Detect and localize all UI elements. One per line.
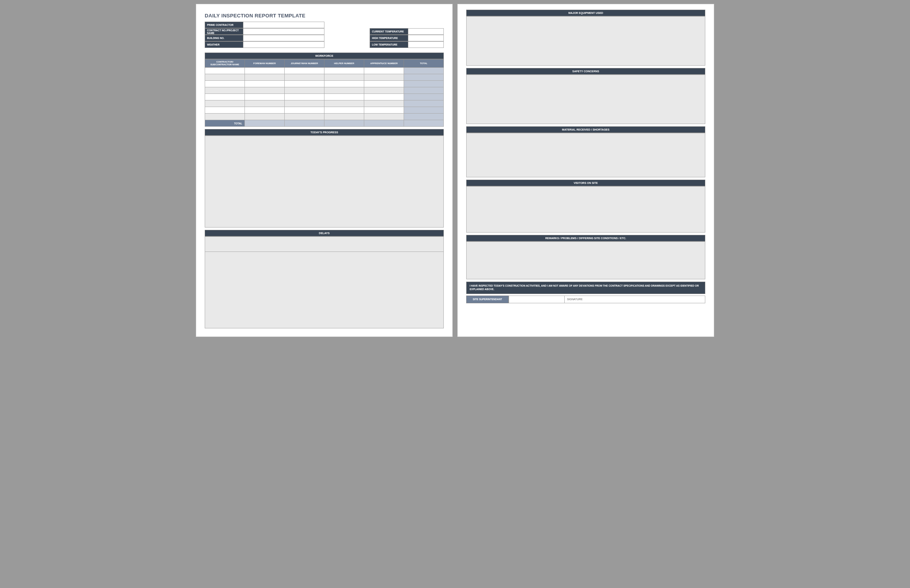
wf-cell[interactable] — [205, 114, 245, 120]
field-low-temp[interactable] — [408, 41, 444, 48]
progress-header: TODAY'S PROGRESS — [205, 129, 444, 136]
delays-textarea[interactable] — [205, 236, 444, 252]
delays-header: DELAYS — [205, 230, 444, 236]
label-building-no: BUILDING NO. — [205, 35, 243, 41]
field-signature[interactable] — [592, 296, 705, 303]
remarks-section: REMARKS / PROBLEMS / DIFFERING SITE COND… — [466, 235, 705, 279]
field-high-temp[interactable] — [408, 35, 444, 41]
remarks-textarea[interactable] — [466, 241, 705, 279]
workforce-table: CONTRACTOR/ SUBCONTRACTOR NAME FOREMAN N… — [205, 59, 444, 127]
label-weather: WEATHER — [205, 41, 243, 48]
col-apprentice: APPRENTIUCE NUMBER — [364, 59, 404, 68]
progress-section: TODAY'S PROGRESS — [205, 129, 444, 228]
remarks-header: REMARKS / PROBLEMS / DIFFERING SITE COND… — [466, 235, 705, 241]
info-block-left: PRIME CONTRACTOR CONTRACT NO./PROJECT NA… — [205, 22, 324, 48]
progress-textarea[interactable] — [205, 136, 444, 228]
col-contractor: CONTRACTOR/ SUBCONTRACTOR NAME — [205, 59, 245, 68]
visitors-section: VISITORS ON SITE — [466, 180, 705, 233]
safety-section: SAFETY CONCERNS — [466, 68, 705, 124]
delays-section: DELAYS — [205, 230, 444, 252]
safety-header: SAFETY CONCERNS — [466, 68, 705, 75]
disclaimer-section: I HAVE INSPECTED TODAY'S CONSTRUCTION AC… — [466, 282, 705, 294]
info-block-right: CURRENT TEMPERATURE HIGH TEMPERATURE LOW… — [370, 28, 444, 48]
col-journeyman: JOURNEYMAN NUMBER — [285, 59, 324, 68]
field-prime-contractor[interactable] — [243, 22, 324, 28]
material-section: MATERIAL RECEIVED / SHORTAGES — [466, 126, 705, 177]
workforce-header: WORKFORCE — [205, 53, 444, 59]
delays-textarea-cont[interactable] — [205, 252, 444, 328]
label-superintendant: SITE SUPERINTENDANT — [466, 296, 509, 303]
col-helper: HELPER NUMBER — [324, 59, 364, 68]
wf-cell[interactable] — [205, 100, 245, 107]
info-header-row: PRIME CONTRACTOR CONTRACT NO./PROJECT NA… — [205, 22, 444, 48]
label-current-temp: CURRENT TEMPERATURE — [370, 28, 408, 35]
material-header: MATERIAL RECEIVED / SHORTAGES — [466, 126, 705, 133]
label-high-temp: HIGH TEMPERATURE — [370, 35, 408, 41]
wf-cell[interactable] — [205, 107, 245, 114]
signature-row: SITE SUPERINTENDANT SIGNATURE — [466, 296, 705, 303]
field-current-temp[interactable] — [408, 28, 444, 35]
field-weather[interactable] — [243, 41, 324, 48]
visitors-textarea[interactable] — [466, 186, 705, 233]
wf-cell[interactable] — [205, 94, 245, 100]
field-contract-no[interactable] — [243, 28, 324, 35]
wf-cell[interactable] — [205, 81, 245, 87]
page-2: MAJOR EQUIPMENT USED SAFETY CONCERNS MAT… — [457, 4, 714, 337]
label-prime-contractor: PRIME CONTRACTOR — [205, 22, 243, 28]
workforce-section: WORKFORCE CONTRACTOR/ SUBCONTRACTOR NAME… — [205, 53, 444, 127]
page-1: DAILY INSPECTION REPORT TEMPLATE PRIME C… — [196, 4, 453, 337]
field-building-no[interactable] — [243, 35, 324, 41]
equipment-header: MAJOR EQUIPMENT USED — [466, 10, 705, 16]
equipment-textarea[interactable] — [466, 16, 705, 66]
disclaimer-text: I HAVE INSPECTED TODAY'S CONSTRUCTION AC… — [466, 282, 705, 294]
equipment-section: MAJOR EQUIPMENT USED — [466, 10, 705, 66]
label-contract-no: CONTRACT NO./PROJECT NAME — [205, 28, 243, 35]
label-low-temp: LOW TEMPERATURE — [370, 41, 408, 48]
col-foreman: FOREMAN NUMBER — [245, 59, 285, 68]
wf-cell[interactable] — [205, 87, 245, 94]
visitors-header: VISITORS ON SITE — [466, 180, 705, 186]
safety-textarea[interactable] — [466, 75, 705, 124]
wf-total-label: TOTAL — [205, 120, 245, 127]
wf-cell[interactable] — [205, 68, 245, 74]
label-signature: SIGNATURE — [565, 296, 592, 303]
page-title: DAILY INSPECTION REPORT TEMPLATE — [205, 13, 444, 19]
field-superintendant[interactable] — [509, 296, 565, 303]
material-textarea[interactable] — [466, 133, 705, 177]
wf-cell[interactable] — [205, 74, 245, 81]
col-total: TOTAL — [404, 59, 444, 68]
